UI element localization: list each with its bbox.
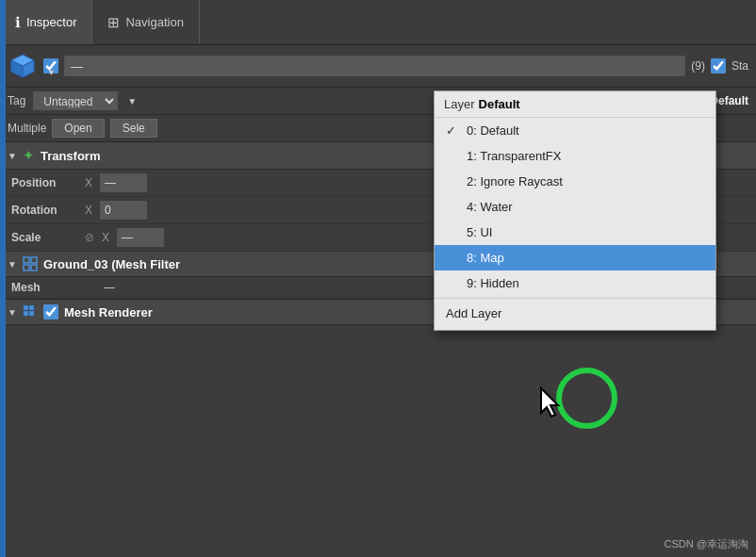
layer-item-transparentfx-label: 1: TransparentFX <box>467 149 561 163</box>
layer-item-ui-label: 5: UI <box>467 225 492 239</box>
tab-bar: ℹ Inspector ⊞ Navigation <box>0 0 756 45</box>
rotation-x-axis: X <box>85 204 92 217</box>
layer-item-hidden-label: 9: Hidden <box>467 276 519 290</box>
layer-dropdown: Layer Default ✓ 0: Default 1: Transparen… <box>434 90 716 331</box>
cube-icon <box>8 51 38 81</box>
layer-item-map-label: 8: Map <box>467 251 504 265</box>
left-stripe <box>0 0 6 557</box>
layer-item-water[interactable]: 4: Water <box>435 194 715 220</box>
layer-item-transparentfx[interactable]: 1: TransparentFX <box>435 143 715 169</box>
transform-title: Transform <box>41 149 101 163</box>
tab-navigation[interactable]: ⊞ Navigation <box>92 0 199 44</box>
inspector-icon: ℹ <box>15 14 21 31</box>
svg-rect-4 <box>24 257 29 263</box>
dropdown-header-value: Default <box>479 97 520 111</box>
dropdown-divider <box>435 298 715 299</box>
tab-inspector-label: Inspector <box>26 15 76 29</box>
tab-inspector[interactable]: ℹ Inspector <box>0 0 92 44</box>
svg-rect-10 <box>24 311 28 316</box>
position-x-axis: X <box>85 176 92 189</box>
rotation-x-input[interactable] <box>100 201 147 220</box>
cube-dropdown-arrow[interactable]: ▼ <box>47 68 56 77</box>
scale-x-input[interactable] <box>117 228 164 247</box>
transform-arrow: ▼ <box>8 151 17 161</box>
watermark: CSDN @幸运淘淘 <box>665 537 748 551</box>
mesh-value: — <box>104 281 115 294</box>
svg-rect-11 <box>29 311 34 316</box>
dropdown-header: Layer Default <box>435 91 715 118</box>
layer-item-default[interactable]: ✓ 0: Default <box>435 118 715 143</box>
layer-item-hidden[interactable]: 9: Hidden <box>435 270 715 296</box>
select-button[interactable]: Sele <box>110 119 157 138</box>
svg-rect-9 <box>29 305 34 310</box>
svg-rect-5 <box>31 257 37 263</box>
mesh-renderer-icon <box>23 304 38 319</box>
layer-item-water-label: 4: Water <box>467 200 513 214</box>
static-label: Sta <box>731 59 748 73</box>
tab-navigation-label: Navigation <box>125 15 183 29</box>
svg-rect-7 <box>31 265 37 270</box>
position-label: Position <box>11 176 77 189</box>
layer-item-ui[interactable]: 5: UI <box>435 220 715 245</box>
tag-label: Tag <box>8 94 25 107</box>
svg-rect-6 <box>24 265 29 270</box>
object-name-input[interactable] <box>64 56 685 76</box>
layer-item-map[interactable]: 8: Map <box>435 245 715 270</box>
add-layer-button[interactable]: Add Layer <box>435 301 715 330</box>
layer-item-ignoreraycast-label: 2: Ignore Raycast <box>467 174 563 188</box>
transform-icon: ✦ <box>23 147 35 164</box>
link-icon: ⊘ <box>85 231 94 244</box>
checkmark-default: ✓ <box>446 123 461 138</box>
mesh-label: Mesh <box>11 281 77 294</box>
object-header: ▼ (9) Sta <box>0 45 756 88</box>
multiple-label: Multiple <box>8 122 46 135</box>
layer-item-ignoreraycast[interactable]: 2: Ignore Raycast <box>435 169 715 194</box>
ground-title: Ground_03 (Mesh Filter <box>43 257 180 271</box>
tag-dropdown-arrow: ▼ <box>127 96 137 106</box>
dropdown-header-label: Layer <box>444 97 475 111</box>
scale-label: Scale <box>11 231 77 244</box>
ground-arrow: ▼ <box>8 259 17 270</box>
scale-x-axis: X <box>102 231 109 244</box>
svg-rect-8 <box>24 305 28 310</box>
mesh-filter-icon <box>23 256 38 271</box>
mesh-renderer-checkbox[interactable] <box>43 304 58 319</box>
layer-item-default-label: 0: Default <box>467 123 519 138</box>
rotation-label: Rotation <box>11 204 77 217</box>
object-count: (9) <box>691 59 705 73</box>
position-x-input[interactable] <box>100 173 147 192</box>
mesh-renderer-title: Mesh Renderer <box>64 305 153 319</box>
mesh-renderer-arrow: ▼ <box>8 307 17 318</box>
open-button[interactable]: Open <box>52 119 104 138</box>
tag-select[interactable]: Untagged <box>33 91 118 110</box>
static-checkbox[interactable] <box>711 58 726 74</box>
navigation-icon: ⊞ <box>107 14 120 31</box>
